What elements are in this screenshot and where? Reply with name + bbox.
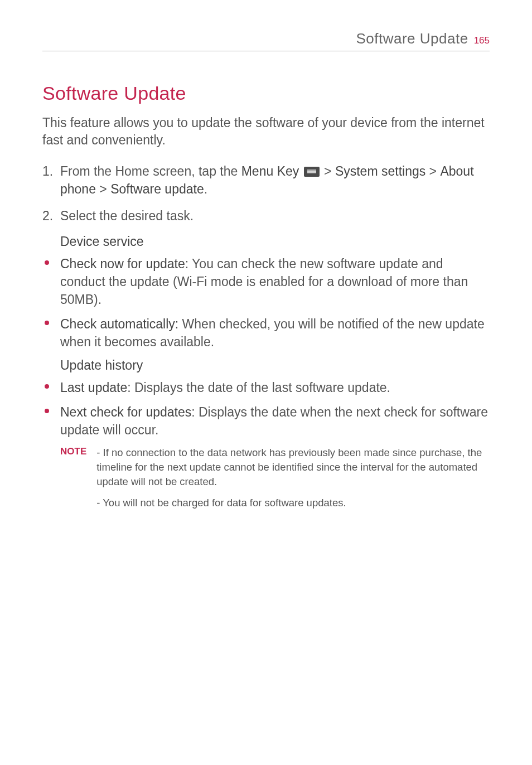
note-label: NOTE xyxy=(60,446,86,517)
section-title: Software Update xyxy=(42,83,490,104)
note-block: NOTE - If no connection to the data netw… xyxy=(42,446,490,517)
intro-text: This feature allows you to update the so… xyxy=(42,114,490,149)
device-service-heading: Device service xyxy=(60,234,490,249)
note-content: - If no connection to the data network h… xyxy=(96,446,490,517)
page-header: Software Update 165 xyxy=(42,30,490,51)
step-2: Select the desired task. xyxy=(42,207,490,225)
last-update-desc: : Displays the date of the last software… xyxy=(127,380,390,395)
update-history-heading: Update history xyxy=(60,358,490,373)
check-now-item: Check now for update: You can check the … xyxy=(42,255,490,309)
menu-key-icon xyxy=(304,167,320,177)
note-line-1: - If no connection to the data network h… xyxy=(96,446,490,489)
header-title: Software Update xyxy=(356,30,468,47)
step-1: From the Home screen, tap the Menu Key >… xyxy=(42,162,490,198)
device-service-list: Check now for update: You can check the … xyxy=(42,255,490,351)
next-check-label: Next check for updates xyxy=(60,405,191,419)
numbered-steps: From the Home screen, tap the Menu Key >… xyxy=(42,162,490,225)
system-settings-label: System settings xyxy=(335,164,425,178)
check-auto-item: Check automatically: When checked, you w… xyxy=(42,315,490,351)
update-history-list: Last update: Displays the date of the la… xyxy=(42,379,490,439)
step1-prefix: From the Home screen, tap the xyxy=(60,164,241,178)
check-auto-label: Check automatically: xyxy=(60,317,178,331)
next-check-item: Next check for updates: Displays the dat… xyxy=(42,403,490,439)
note-line-2: - You will not be charged for data for s… xyxy=(96,496,490,510)
menu-key-label: Menu Key xyxy=(241,164,299,178)
software-update-label: Software update xyxy=(110,182,204,196)
last-update-item: Last update: Displays the date of the la… xyxy=(42,379,490,396)
page-number: 165 xyxy=(474,35,490,46)
last-update-label: Last update xyxy=(60,380,127,395)
check-now-label: Check now for update xyxy=(60,256,185,271)
